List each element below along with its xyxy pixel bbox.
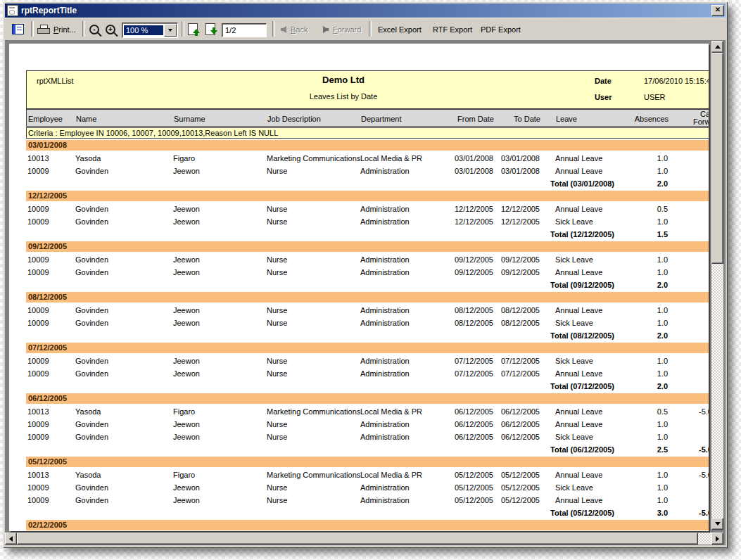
horizontal-scrollbar[interactable] [5,533,723,545]
total-label: Total (05/12/2005) [445,509,614,517]
group-header: 03/01/2008 [26,140,709,151]
table-row: 10009GovindenJeewonNurseAdministration08… [26,317,709,330]
horizontal-scroll-thumb[interactable] [17,533,698,545]
zoom-out-icon: - [89,25,99,34]
cell-from-date: 03/01/2008 [443,154,493,163]
cell-job-description: Nurse [267,369,360,378]
cell-department: Administration [360,205,452,213]
cell-department: Administration [360,369,452,378]
scroll-left-button[interactable] [5,533,17,545]
report-header: rptXMLList Demo Ltd Leaves List by Date … [26,70,709,109]
title-bar[interactable]: rptReportTitle ✕ [5,4,726,18]
cell-job-description: Nurse [267,433,360,441]
cell-department: Administration [360,255,452,264]
scroll-right-button[interactable] [711,533,723,545]
group-header: 05/12/2005 [26,457,709,467]
criteria-row: Criteria : Employee IN 10006, 10007, 100… [26,127,709,139]
cell-department: Administration [360,496,452,504]
total-absences: 3.0 [626,509,668,517]
table-row: 10009GovindenJeewonNurseAdministration07… [26,368,709,381]
group-total-row: Total (03/01/2008)2.0 [26,178,709,191]
total-carried-forward: -5.0 [699,445,709,454]
total-absences: 2.0 [626,331,668,340]
cell-name: Govinden [75,420,170,428]
zoom-out-button[interactable]: - [89,21,99,37]
page-number-value[interactable]: 1/2 [222,23,267,37]
table-row: 10009GovindenJeewonNurseAdministration07… [26,355,709,368]
report-page: rptXMLList Demo Ltd Leaves List by Date … [9,44,709,531]
cell-to-date: 05/12/2005 [496,471,540,479]
zoom-in-button[interactable]: + [106,21,115,37]
cell-carried-forward: -5.0 [699,407,709,416]
cell-job-description: Nurse [267,483,360,492]
table-row: 10009GovindenJeewonNurseAdministration09… [26,267,709,279]
cell-to-date: 12/12/2005 [496,205,540,213]
cell-name: Govinden [75,483,170,492]
print-button[interactable]: Print... [37,21,76,37]
cell-job-description: Nurse [267,357,360,365]
column-header-row: Employee Name Surname Job Description De… [26,109,709,127]
cell-absences: 1.0 [626,306,668,314]
zoom-combo[interactable]: 100 % [122,22,178,38]
next-page-button[interactable] [205,21,215,37]
group-header: 09/12/2005 [26,241,709,252]
cell-employee: 10009 [27,217,74,226]
toolbar-separator [272,21,275,37]
back-button[interactable]: Back [281,21,308,37]
chevron-down-icon [168,29,172,32]
total-label: Total (12/12/2005) [445,230,614,238]
scroll-down-button[interactable] [711,518,723,530]
previous-page-button[interactable] [188,21,198,37]
table-row: 10009GovindenJeewonNurseAdministration12… [26,216,709,229]
cell-department: Administration [360,167,452,175]
cell-department: Local Media & PR [360,471,452,479]
cell-absences: 1.0 [626,483,668,492]
vertical-scrollbar[interactable] [711,41,723,530]
total-absences: 2.5 [626,445,668,454]
cell-from-date: 06/12/2005 [443,420,493,428]
zoom-dropdown-button[interactable] [164,24,177,37]
table-row: 10009GovindenJeewonNurseAdministration06… [26,431,709,444]
forward-button[interactable]: Forward [323,21,361,37]
column-job-description: Job Description [267,115,360,123]
cell-absences: 1.0 [626,154,668,163]
cell-job-description: Nurse [267,217,360,226]
total-label: Total (09/12/2005) [445,281,614,289]
table-row: 10013YasodaFigaroMarketing Communication… [26,469,709,482]
pdf-export-button[interactable]: PDF Export [481,21,521,37]
window-icon [7,5,18,16]
total-absences: 1.5 [626,230,668,238]
report-subtitle: Leaves List by Date [27,92,660,101]
table-row: 10009GovindenJeewonNurseAdministration03… [26,165,709,178]
rtf-export-button[interactable]: RTF Export [433,21,472,37]
cell-to-date: 03/01/2008 [496,154,540,163]
total-label: Total (06/12/2005) [445,445,614,454]
cell-employee: 10009 [27,268,74,276]
excel-export-button[interactable]: Excel Export [378,21,422,37]
toggle-group-tree-button[interactable] [12,21,24,37]
back-button-label: Back [291,25,308,34]
cell-department: Administration [360,268,452,276]
close-button[interactable]: ✕ [711,5,724,16]
group-header: 07/12/2005 [26,343,709,353]
toolbar-separator [369,21,372,37]
group-header: 02/12/2005 [26,520,709,530]
cell-surname: Jeewon [173,268,265,276]
vertical-scroll-thumb[interactable] [711,53,723,264]
cell-department: Administration [360,217,452,226]
scroll-up-button[interactable] [711,41,723,53]
cell-from-date: 06/12/2005 [443,407,493,416]
cell-name: Govinden [75,496,170,504]
page-number-field[interactable]: 1/2 [222,22,267,38]
cell-from-date: 09/12/2005 [443,255,493,264]
table-row: 10013YasodaFigaroMarketing Communication… [26,406,709,419]
cell-from-date: 07/12/2005 [443,357,493,365]
column-employee: Employee [28,115,75,123]
group-total-row: Total (12/12/2005)1.5 [26,229,709,241]
cell-leave: Annual Leave [555,471,626,479]
cell-leave: Annual Leave [555,268,626,276]
page-down-icon [205,23,215,35]
cell-employee: 10009 [27,420,74,428]
cell-from-date: 06/12/2005 [443,433,493,441]
cell-to-date: 07/12/2005 [496,357,540,365]
